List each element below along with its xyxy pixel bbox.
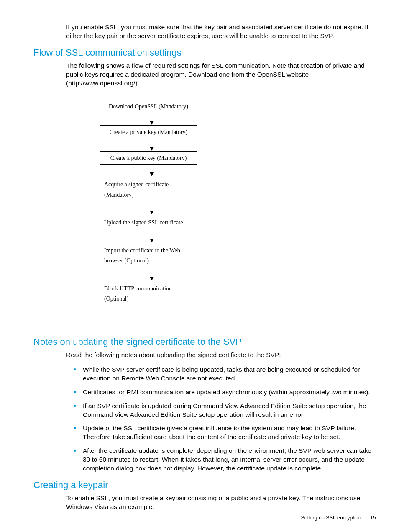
arrow-down-icon [100, 113, 204, 125]
notes-intro-paragraph: Read the following notes about uploading… [66, 351, 376, 360]
document-page: If you enable SSL, you must make sure th… [0, 0, 399, 532]
list-item: If an SVP certificate is updated during … [83, 402, 376, 419]
arrow-down-icon [100, 165, 204, 177]
heading-creating-keypair: Creating a keypair [33, 480, 376, 491]
list-item: Update of the SSL certificate gives a gr… [83, 424, 376, 442]
page-footer: Setting up SSL encryption 15 [301, 515, 376, 521]
flow-step-download-openssl: Download OpenSSL (Mandatory) [100, 100, 197, 114]
keypair-paragraph: To enable SSL, you must create a keypair… [66, 494, 376, 511]
footer-title: Setting up SSL encryption [301, 515, 361, 521]
arrow-down-icon [100, 203, 204, 215]
flow-ssl-paragraph: The following shows a flow of required s… [66, 62, 376, 88]
footer-page-number: 15 [370, 515, 376, 521]
flow-step-import-browser: Import the certificate to the Web browse… [100, 243, 204, 269]
intro-paragraph: If you enable SSL, you must make sure th… [66, 23, 376, 41]
flow-step-private-key: Create a private key (Mandatory) [100, 125, 197, 139]
flow-step-line: browser (Optional) [104, 256, 200, 266]
arrow-down-icon [100, 269, 204, 281]
flow-step-upload-cert: Upload the signed SSL certificate [100, 215, 204, 231]
flow-step-block-http: Block HTTP communication (Optional) [100, 281, 204, 307]
flow-step-line: Block HTTP communication [104, 284, 200, 294]
list-item: While the SVP server certificate is bein… [83, 365, 376, 383]
arrow-down-icon [100, 139, 204, 151]
notes-list: While the SVP server certificate is bein… [66, 365, 376, 473]
ssl-flowchart: Download OpenSSL (Mandatory) Create a pr… [100, 100, 376, 307]
list-item: After the certificate update is complete… [83, 447, 376, 473]
flow-step-line: (Mandatory) [104, 190, 200, 200]
flow-step-line: (Optional) [104, 294, 200, 304]
flow-step-line: Acquire a signed certificate [104, 180, 200, 190]
heading-notes-svp: Notes on updating the signed certificate… [33, 337, 376, 347]
arrow-down-icon [100, 231, 204, 243]
flow-step-acquire-cert: Acquire a signed certificate (Mandatory) [100, 177, 204, 203]
flow-step-line: Upload the signed SSL certificate [104, 218, 200, 228]
flow-step-public-key: Create a public key (Mandatory) [100, 151, 197, 165]
heading-flow-ssl: Flow of SSL communication settings [33, 47, 376, 58]
list-item: Certificates for RMI communication are u… [83, 388, 376, 397]
flow-step-line: Import the certificate to the Web [104, 246, 200, 256]
